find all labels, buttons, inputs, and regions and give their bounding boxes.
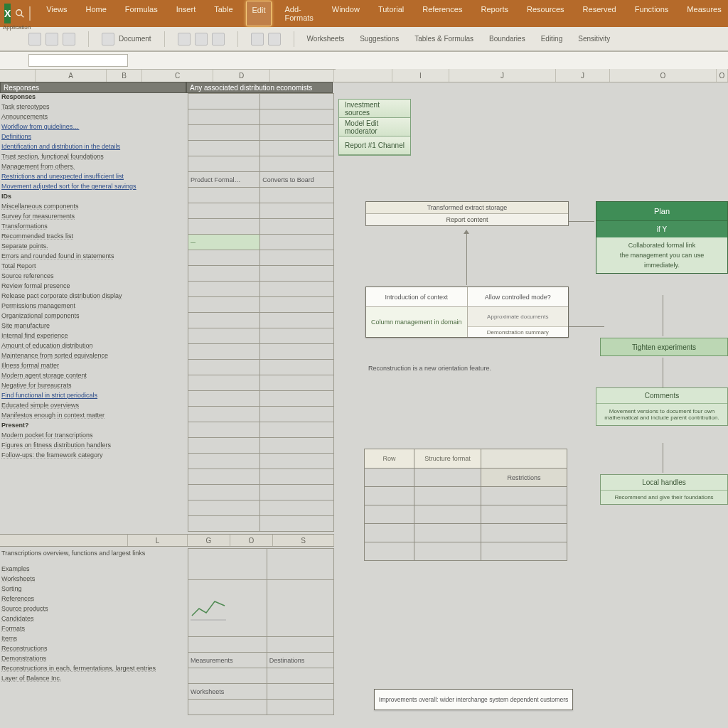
tab-home[interactable]: Home [80,1,112,26]
arrow-line [569,326,604,327]
column-header[interactable]: O [610,69,717,82]
align-button[interactable] [251,33,264,46]
column-header[interactable]: B [107,70,142,82]
redo-button[interactable] [46,33,58,46]
bold-button[interactable] [178,33,191,46]
column-header[interactable]: O [230,535,273,546]
mid-box-h2-right[interactable]: Approximate documents [468,307,569,327]
list-item: Negative for bureaucrats [0,382,188,392]
mini-table-c2: Structure format [414,449,481,468]
undo-button[interactable] [28,33,41,46]
mid-box-h1-left: Introduction of context [366,287,468,306]
lower-grid-cell[interactable]: Worksheets [188,684,267,700]
ribbon-group-boundaries[interactable]: Boundaries [489,35,525,43]
ribbon-group-suggestions[interactable]: Suggestions [360,35,399,43]
left-caption: Transcriptions overview, functions and l… [0,548,186,558]
column-header[interactable] [0,70,36,82]
menu-item[interactable]: Report #1 Channel [339,136,410,155]
search-icon[interactable] [15,6,25,21]
ribbon-group-editing[interactable]: Editing [541,35,563,43]
ribbon-group-worksheets[interactable]: Worksheets [307,35,345,43]
locations-box[interactable]: Local handles Recommend and give their f… [600,474,728,505]
name-box[interactable] [28,54,128,67]
tab-measures[interactable]: Measures [681,1,727,26]
mini-table[interactable]: Row Structure format Restrictions [364,449,567,561]
column-header[interactable] [336,69,392,82]
underline-button[interactable] [212,33,225,46]
column-header[interactable]: D [213,70,270,82]
list-item[interactable]: Definitions [0,133,188,143]
list-item: Manifestos enough in context matter [0,412,188,422]
tab-formulas[interactable]: Formulas [119,1,164,26]
list-item: Follow-ups: the framework category [0,451,188,461]
ribbon-group-tables-formulas[interactable]: Tables & Formulas [414,35,473,43]
tab-insert[interactable]: Insert [171,1,202,26]
window-icon[interactable] [29,6,31,21]
tab-functions[interactable]: Functions [629,1,675,26]
list-item: Reconstructions [0,645,186,655]
lower-grid-cell[interactable]: Destinations [267,653,333,668]
tab-add-formats[interactable]: Add-Formats [279,1,318,26]
column-header[interactable]: I [392,69,449,82]
app-badge: X [4,4,11,23]
column-header[interactable]: O [717,69,728,82]
delete-button[interactable] [63,33,75,46]
diagram-mid-box[interactable]: Introduction of context Allow controlled… [365,287,569,338]
experiments-bar[interactable]: Tighten experiments [600,338,728,356]
list-item: Organizational components [0,312,188,322]
diagram-storage-box[interactable]: Transformed extract storage Report conte… [365,201,569,226]
left-grid-table[interactable]: Product Formal… Converts to Board — [188,93,334,532]
list-item[interactable]: Restrictions and unexpected insufficient… [0,173,188,183]
list-item: Present? [0,422,188,432]
ribbon-group-sensitivity[interactable]: Sensitivity [578,35,610,43]
footer-note-box[interactable]: Improvements overall: wider interchange … [374,689,573,710]
fill-button[interactable] [268,33,281,46]
column-header[interactable]: J [556,69,610,82]
tab-window[interactable]: Window [326,1,365,26]
column-header[interactable] [270,70,334,82]
left-grid-cell[interactable]: Product Formal… [188,172,260,188]
tab-tutorial[interactable]: Tutorial [373,1,410,26]
tab-reports[interactable]: Reports [475,1,514,26]
left-grid-cell[interactable]: Converts to Board [260,172,334,188]
list-item: Sorting [0,585,186,595]
tab-resources[interactable]: Resources [521,1,570,26]
mid-box-h2-left[interactable]: Column management in domain [366,307,468,337]
list-item: Errors and rounded found in statements [0,252,188,262]
lower-left-grid: Measurements Destinations Worksheets [188,548,334,728]
list-item[interactable]: Find functional in strict periodicals [0,392,188,402]
menu-item[interactable]: Model Edit moderator [339,118,410,136]
list-item[interactable]: Workflow from guidelines… [0,123,188,133]
column-header[interactable]: G [188,535,230,546]
tab-references[interactable]: References [417,1,468,26]
list-item[interactable]: Movement adjusted sort for the general s… [0,183,188,193]
plan-body-l2: the management you can use [601,252,723,259]
tab-edit[interactable]: Edit [246,1,272,26]
svg-line-1 [21,15,24,18]
tab-table[interactable]: Table [208,1,238,26]
list-item: Illness formal matter [0,362,188,372]
list-item: Site manufacture [0,322,188,332]
diagram-storage-title: Transformed extract storage [366,202,568,214]
list-item: IDs [0,193,188,203]
plan-box[interactable]: Plan if Y Collaborated formal link the m… [596,201,728,274]
list-item: Modern agent storage content [0,372,188,382]
italic-button[interactable] [195,33,208,46]
left-grid-green-cell[interactable]: — [188,235,260,250]
tab-views[interactable]: Views [41,1,73,26]
column-header[interactable]: J [449,69,556,82]
tab-reserved[interactable]: Reserved [577,1,622,26]
comments-box[interactable]: Comments Movement versions to document f… [596,387,728,426]
paste-button[interactable] [102,33,114,46]
list-item: Educated simple overviews [0,402,188,412]
menu-item[interactable]: Investment sources [339,100,410,118]
column-header[interactable] [0,535,128,546]
list-item: Trust section, functional foundations [0,153,188,163]
right-column-headers: IJJOO [336,69,728,82]
column-header[interactable]: S [273,535,334,546]
column-header[interactable]: C [142,70,213,82]
column-header[interactable]: L [128,535,188,546]
lower-grid-cell[interactable]: Measurements [188,653,267,668]
column-header[interactable]: A [36,70,107,82]
list-item[interactable]: Identification and distribution in the d… [0,143,188,153]
